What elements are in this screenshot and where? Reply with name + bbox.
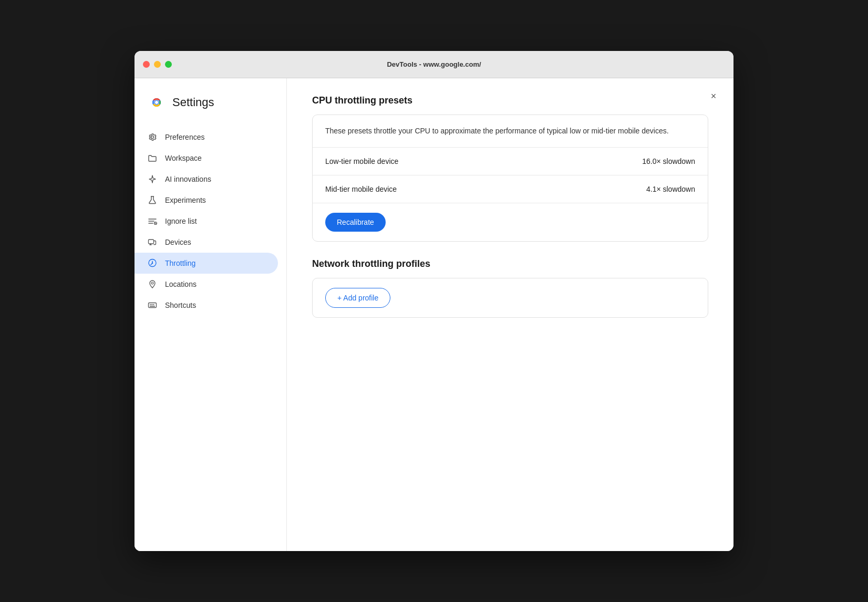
- chrome-logo-icon: [147, 93, 166, 112]
- sidebar-item-workspace[interactable]: Workspace: [135, 148, 278, 169]
- mid-tier-row: Mid-tier mobile device 4.1× slowdown: [313, 175, 708, 203]
- sidebar-item-shortcuts[interactable]: Shortcuts: [135, 295, 278, 316]
- sidebar-item-ai-innovations[interactable]: AI innovations: [135, 169, 278, 190]
- maximize-window-button[interactable]: [165, 61, 172, 68]
- mid-tier-device-name: Mid-tier mobile device: [325, 185, 397, 193]
- sidebar-item-devices[interactable]: Devices: [135, 232, 278, 253]
- sidebar-item-label: Devices: [165, 238, 191, 246]
- cpu-section-title: CPU throttling presets: [312, 95, 708, 106]
- sparkle-icon: [147, 174, 158, 184]
- ignore-list-icon: [147, 216, 158, 226]
- window-controls: [143, 61, 172, 68]
- window-title: DevTools - www.google.com/: [387, 60, 481, 68]
- sidebar-item-label: Ignore list: [165, 217, 197, 225]
- devtools-window: DevTools - www.google.com/: [135, 51, 733, 551]
- add-profile-button[interactable]: + Add profile: [325, 288, 390, 308]
- devices-icon: [147, 237, 158, 247]
- sidebar-item-label: Workspace: [165, 154, 202, 162]
- close-window-button[interactable]: [143, 61, 150, 68]
- sidebar-item-label: Shortcuts: [165, 301, 196, 309]
- network-section-title: Network throttling profiles: [312, 258, 708, 269]
- sidebar-item-label: AI innovations: [165, 175, 211, 183]
- network-card-body: + Add profile: [313, 278, 708, 317]
- sidebar-item-label: Locations: [165, 280, 197, 288]
- cpu-throttling-card: These presets throttle your CPU to appro…: [312, 115, 708, 242]
- low-tier-row: Low-tier mobile device 16.0× slowdown: [313, 148, 708, 175]
- settings-title: Settings: [172, 96, 214, 109]
- mid-tier-slowdown: 4.1× slowdown: [646, 185, 695, 193]
- sidebar-item-preferences[interactable]: Preferences: [135, 127, 278, 148]
- throttle-icon: [147, 258, 158, 268]
- svg-rect-7: [149, 240, 154, 244]
- sidebar-item-ignore-list[interactable]: Ignore list: [135, 211, 278, 232]
- svg-point-5: [155, 101, 158, 104]
- minimize-window-button[interactable]: [154, 61, 161, 68]
- svg-point-9: [151, 282, 153, 284]
- sidebar-item-experiments[interactable]: Experiments: [135, 190, 278, 211]
- recalibrate-button[interactable]: Recalibrate: [325, 213, 386, 232]
- svg-point-8: [152, 263, 153, 264]
- svg-rect-10: [149, 303, 157, 308]
- folder-icon: [147, 153, 158, 163]
- sidebar-item-label: Throttling: [165, 259, 195, 267]
- sidebar-navigation: Preferences Workspace: [135, 127, 286, 316]
- sidebar: Settings Preferences: [135, 78, 287, 551]
- low-tier-device-name: Low-tier mobile device: [325, 157, 398, 165]
- network-throttling-card: + Add profile: [312, 278, 708, 318]
- cpu-description: These presets throttle your CPU to appro…: [313, 115, 708, 148]
- beaker-icon: [147, 195, 158, 205]
- sidebar-item-locations[interactable]: Locations: [135, 274, 278, 295]
- main-panel: × CPU throttling presets These presets t…: [287, 78, 733, 551]
- close-settings-button[interactable]: ×: [706, 89, 721, 103]
- keyboard-icon: [147, 300, 158, 310]
- sidebar-item-throttling[interactable]: Throttling: [135, 253, 278, 274]
- sidebar-item-label: Experiments: [165, 196, 206, 204]
- cpu-card-footer: Recalibrate: [313, 203, 708, 241]
- main-layout: Settings Preferences: [135, 78, 733, 551]
- sidebar-item-label: Preferences: [165, 133, 204, 141]
- gear-icon: [147, 132, 158, 142]
- location-icon: [147, 279, 158, 289]
- low-tier-slowdown: 16.0× slowdown: [642, 157, 695, 165]
- titlebar: DevTools - www.google.com/: [135, 51, 733, 78]
- sidebar-header: Settings: [135, 93, 286, 127]
